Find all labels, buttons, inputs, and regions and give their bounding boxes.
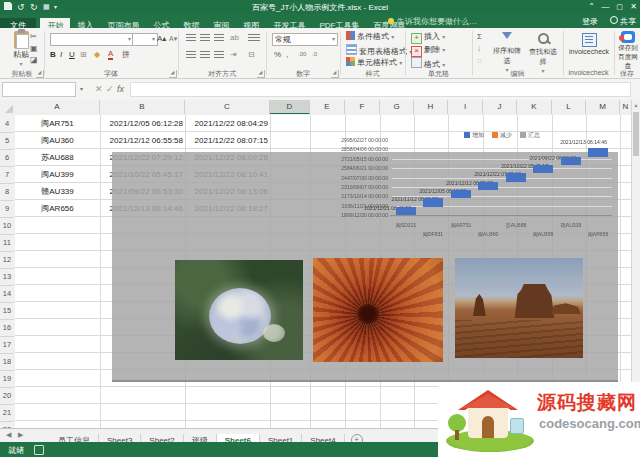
row-header-18[interactable]: 18 — [0, 353, 14, 371]
orientation-icon[interactable]: ab — [230, 33, 239, 42]
copy-icon[interactable]: ▣ — [30, 44, 38, 53]
tell-me-box[interactable]: 告诉我你想要做什么… — [388, 16, 477, 27]
underline-button[interactable]: U — [69, 50, 75, 59]
column-header-E[interactable]: E — [310, 100, 345, 114]
row-header-12[interactable]: 12 — [0, 251, 14, 269]
column-header-H[interactable]: H — [414, 100, 448, 114]
cell-B5[interactable]: 2021/12/12 06:55:58 — [102, 132, 183, 149]
column-header-F[interactable]: F — [345, 100, 380, 114]
grow-font-icon[interactable]: A▴ — [157, 34, 166, 43]
row-header-7[interactable]: 7 — [0, 166, 14, 184]
fill-color-icon[interactable]: ◆ — [94, 50, 100, 59]
indent-icon[interactable]: ⇥ — [230, 50, 237, 59]
merge-center-icon[interactable]: ⊟ — [248, 50, 255, 59]
macro-record-icon[interactable] — [34, 445, 44, 455]
column-header-C[interactable]: C — [185, 100, 270, 114]
sheet-nav-right-icon[interactable]: ▶ — [18, 431, 23, 439]
select-all-corner[interactable] — [0, 100, 16, 116]
chart-bar[interactable] — [478, 182, 498, 190]
cell-C5[interactable]: 2021/12/22 08:07:15 — [187, 132, 268, 149]
column-header-D[interactable]: D — [270, 100, 310, 114]
column-header-G[interactable]: G — [380, 100, 414, 114]
chart-bar[interactable] — [533, 165, 553, 173]
cell-A8[interactable]: 赣AU339 — [15, 183, 100, 200]
comma-style-icon[interactable]: , — [286, 50, 288, 59]
row-header-16[interactable]: 16 — [0, 319, 14, 337]
chart-bar[interactable] — [561, 157, 581, 165]
chart-bar[interactable] — [396, 207, 416, 215]
shrink-font-icon[interactable]: A▾ — [169, 34, 177, 43]
cell-B4[interactable]: 2021/12/05 06:12:28 — [102, 115, 183, 132]
chart-bar[interactable] — [588, 148, 608, 156]
column-header-B[interactable]: B — [100, 100, 185, 114]
cell-A7[interactable]: 闽AU399 — [15, 166, 100, 183]
maximize-button[interactable]: ▢ — [613, 1, 626, 13]
column-header-I[interactable]: I — [448, 100, 483, 114]
number-format-combo[interactable]: 常规▾ — [272, 33, 338, 46]
cell-A6[interactable]: 苏AU688 — [15, 149, 100, 166]
desert-photo[interactable] — [455, 258, 583, 358]
font-size-combo[interactable]: ▾ — [132, 33, 158, 46]
ribbon-display-options-icon[interactable]: ⌃ — [585, 1, 598, 13]
sheet-nav-left-icon[interactable]: ◀ — [6, 431, 11, 439]
row-header-11[interactable]: 11 — [0, 234, 14, 252]
align-middle-icon[interactable] — [200, 34, 210, 42]
increase-decimal-icon[interactable]: .00 — [298, 50, 306, 59]
cell-C4[interactable]: 2021/12/22 08:04:29 — [187, 115, 268, 132]
share-button[interactable]: 共享 — [610, 16, 636, 27]
cut-icon[interactable]: ✂ — [30, 32, 37, 41]
name-box[interactable] — [2, 82, 76, 97]
clear-icon[interactable]: ◌ — [477, 56, 482, 65]
align-top-icon[interactable] — [186, 34, 196, 42]
row-header-20[interactable]: 20 — [0, 387, 14, 405]
borders-icon[interactable]: ⊞ — [80, 50, 87, 59]
row-header-8[interactable]: 8 — [0, 183, 14, 201]
cell-styles-button[interactable]: 单元格样式 ▾ — [346, 57, 402, 69]
insert-cells-button[interactable]: +插入 ▾ — [411, 31, 445, 43]
font-name-combo[interactable]: ▾ — [50, 33, 134, 46]
row-header-22[interactable]: 22 — [0, 421, 14, 428]
scroll-up-icon[interactable]: ▴ — [632, 101, 640, 108]
bold-button[interactable]: B — [50, 50, 56, 59]
row-header-14[interactable]: 14 — [0, 285, 14, 303]
save-to-baidu-pan-button[interactable]: 保存到 百度网盘 — [616, 31, 640, 71]
column-header-J[interactable]: J — [483, 100, 517, 114]
column-header-K[interactable]: K — [517, 100, 552, 114]
row-header-10[interactable]: 10 — [0, 217, 14, 235]
column-header-A[interactable]: A — [15, 100, 100, 114]
format-cells-button[interactable]: 格式 ▾ — [411, 57, 445, 69]
row-header-9[interactable]: 9 — [0, 200, 14, 218]
wrap-text-icon[interactable] — [248, 34, 260, 42]
cell-A5[interactable]: 闽AU360 — [15, 132, 100, 149]
chrysanthemum-photo[interactable] — [313, 258, 443, 362]
percent-style-icon[interactable]: % — [274, 50, 281, 59]
minimize-button[interactable]: — — [599, 1, 612, 13]
italic-button[interactable]: I — [60, 50, 62, 59]
font-color-icon[interactable]: A — [108, 50, 113, 60]
row-header-19[interactable]: 19 — [0, 370, 14, 388]
row-header-5[interactable]: 5 — [0, 132, 14, 150]
column-header-M[interactable]: M — [586, 100, 620, 114]
phonetic-icon[interactable]: 拼 — [122, 50, 130, 59]
fill-icon[interactable]: ↓ — [477, 44, 481, 53]
align-center-icon[interactable] — [200, 51, 210, 59]
chart-bar[interactable] — [423, 198, 443, 206]
autosum-icon[interactable]: Σ — [477, 32, 482, 41]
font-dialog-launcher[interactable]: ◢ — [169, 70, 177, 78]
align-left-icon[interactable] — [186, 51, 196, 59]
waterfall-chart[interactable]: 增加减少汇总 2995/02/27 00:00:002858/04/06 00:… — [337, 118, 633, 250]
row-header-6[interactable]: 6 — [0, 149, 14, 167]
row-header-21[interactable]: 21 — [0, 404, 14, 422]
clipboard-dialog-launcher[interactable]: ◢ — [36, 70, 44, 78]
decrease-decimal-icon[interactable]: .0 — [312, 50, 317, 59]
delete-cells-button[interactable]: ×删除 ▾ — [411, 44, 445, 56]
enter-icon[interactable]: ✓ — [106, 82, 114, 97]
formula-input[interactable] — [130, 82, 631, 97]
format-as-table-button[interactable]: 套用表格格式 ▾ — [346, 44, 412, 56]
alignment-dialog-launcher[interactable]: ◢ — [257, 70, 265, 78]
find-select-button[interactable]: 查找和选择▾ — [526, 32, 560, 74]
row-header-4[interactable]: 4 — [0, 115, 14, 133]
cell-A9[interactable]: 闽AR656 — [15, 200, 100, 217]
cell-A4[interactable]: 闽AR751 — [15, 115, 100, 132]
sort-filter-button[interactable]: 排序和筛选▾ — [490, 32, 524, 73]
